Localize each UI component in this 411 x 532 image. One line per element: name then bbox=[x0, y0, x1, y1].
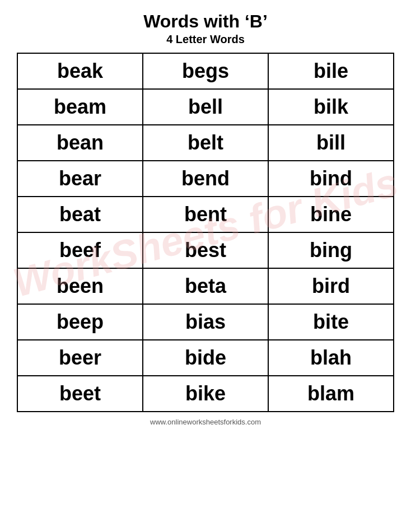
word-cell: bide bbox=[143, 340, 268, 376]
word-cell: been bbox=[17, 268, 143, 304]
word-cell: beat bbox=[17, 197, 143, 232]
word-cell: best bbox=[143, 232, 268, 268]
page-subtitle: 4 Letter Words bbox=[166, 33, 245, 46]
word-cell: beak bbox=[17, 53, 143, 89]
table-row: beanbeltbill bbox=[17, 125, 394, 161]
word-cell: belt bbox=[143, 125, 268, 161]
word-cell: beta bbox=[143, 268, 268, 304]
word-table: beakbegsbilebeambellbilkbeanbeltbillbear… bbox=[17, 53, 394, 412]
word-cell: beet bbox=[17, 376, 143, 412]
word-cell: bike bbox=[143, 376, 268, 412]
table-row: beepbiasbite bbox=[17, 304, 394, 340]
word-cell: bent bbox=[143, 197, 268, 232]
word-cell: begs bbox=[143, 53, 268, 89]
word-cell: bird bbox=[268, 268, 394, 304]
table-row: beambellbilk bbox=[17, 89, 394, 125]
table-container: WorkSheets for Kids beakbegsbilebeambell… bbox=[17, 53, 394, 412]
page-title: Words with ‘B’ bbox=[143, 11, 268, 32]
word-cell: beam bbox=[17, 89, 143, 125]
word-cell: bill bbox=[268, 125, 394, 161]
word-cell: beep bbox=[17, 304, 143, 340]
word-cell: beef bbox=[17, 232, 143, 268]
word-cell: bilk bbox=[268, 89, 394, 125]
word-cell: beer bbox=[17, 340, 143, 376]
word-cell: bite bbox=[268, 304, 394, 340]
table-row: beenbetabird bbox=[17, 268, 394, 304]
word-cell: bias bbox=[143, 304, 268, 340]
word-cell: blam bbox=[268, 376, 394, 412]
table-row: beatbentbine bbox=[17, 197, 394, 232]
table-row: beefbestbing bbox=[17, 232, 394, 268]
table-row: beakbegsbile bbox=[17, 53, 394, 89]
word-cell: bine bbox=[268, 197, 394, 232]
word-cell: bind bbox=[268, 161, 394, 197]
table-row: bearbendbind bbox=[17, 161, 394, 197]
word-cell: bear bbox=[17, 161, 143, 197]
word-cell: blah bbox=[268, 340, 394, 376]
table-row: beetbikeblam bbox=[17, 376, 394, 412]
word-cell: bend bbox=[143, 161, 268, 197]
word-cell: bile bbox=[268, 53, 394, 89]
word-cell: bing bbox=[268, 232, 394, 268]
table-row: beerbideblah bbox=[17, 340, 394, 376]
word-cell: bell bbox=[143, 89, 268, 125]
footer-url: www.onlineworksheetsforkids.com bbox=[150, 418, 261, 426]
word-cell: bean bbox=[17, 125, 143, 161]
